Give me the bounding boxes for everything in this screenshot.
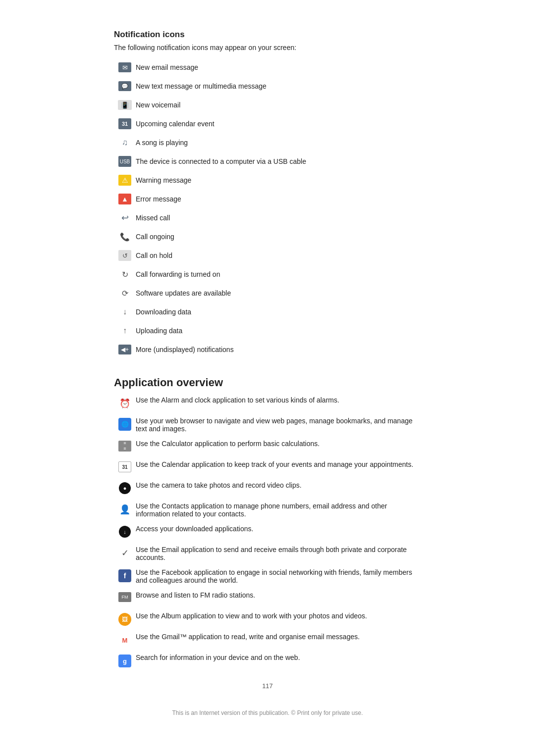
list-item: 📳 New voicemail	[114, 98, 421, 112]
calculator-icon: ≡≡	[114, 440, 136, 452]
list-item: ↩ Missed call	[114, 211, 421, 225]
notification-icon-list: ✉ New email message 💬 New text message o…	[114, 60, 421, 356]
warning-icon: ⚠	[114, 175, 136, 186]
list-item: ✓ Use the Email application to send and …	[114, 546, 421, 561]
upload-icon: ↑	[114, 324, 136, 337]
gmail-icon: M	[114, 633, 136, 647]
desc: Use the Facebook application to engage i…	[136, 568, 421, 584]
sms-icon: 💬	[114, 81, 136, 91]
more-notifications-icon: ◀+	[114, 345, 136, 354]
software-update-icon: ⟳	[114, 287, 136, 300]
email-icon: ✉	[114, 62, 136, 72]
desc: New text message or multimedia message	[136, 82, 421, 90]
desc: Search for information in your device an…	[136, 654, 421, 661]
list-item: ♫ A song is playing	[114, 136, 421, 150]
footer-text: This is an Internet version of this publ…	[114, 709, 421, 716]
facebook-icon: f	[114, 568, 136, 582]
list-item: 31 Upcoming calendar event	[114, 117, 421, 131]
desc: The device is connected to a computer vi…	[136, 157, 421, 165]
list-item: g Search for information in your device …	[114, 654, 421, 667]
list-item: ↑ Uploading data	[114, 324, 421, 338]
fm-radio-icon: FM	[114, 591, 136, 602]
page: Notification icons The following notific…	[74, 0, 461, 756]
call-ongoing-icon: 📞	[114, 230, 136, 243]
desc: Use the Email application to send and re…	[136, 546, 421, 561]
list-item: 🖼 Use the Album application to view and …	[114, 612, 421, 626]
list-item: ↺ Call on hold	[114, 249, 421, 262]
usb-icon: USB	[114, 156, 136, 167]
notification-intro: The following notification icons may app…	[114, 44, 421, 51]
desc: Call forwarding is turned on	[136, 270, 421, 278]
list-item: FM Browse and listen to FM radio station…	[114, 591, 421, 605]
desc: Uploading data	[136, 327, 421, 335]
desc: Downloading data	[136, 308, 421, 316]
email-app-icon: ✓	[114, 546, 136, 559]
desc: Use the Alarm and clock application to s…	[136, 396, 421, 404]
desc: Use the Calculator application to perfor…	[136, 440, 421, 448]
desc: New voicemail	[136, 101, 421, 109]
desc: Warning message	[136, 176, 421, 184]
desc: Call on hold	[136, 252, 421, 259]
list-item: ▲ Error message	[114, 192, 421, 206]
list-item: ◀+ More (undisplayed) notifications	[114, 343, 421, 356]
desc: Browse and listen to FM radio stations.	[136, 591, 421, 599]
list-item: USB The device is connected to a compute…	[114, 154, 421, 168]
desc: Use the Album application to view and to…	[136, 612, 421, 620]
notification-section-title: Notification icons	[114, 30, 421, 40]
list-item: ● Use the camera to take photos and reco…	[114, 481, 421, 495]
desc: Use the Gmail™ application to read, writ…	[136, 633, 421, 641]
desc: Access your downloaded applications.	[136, 525, 421, 533]
desc: Call ongoing	[136, 233, 421, 241]
calendar-app-icon: 31	[114, 460, 136, 472]
list-item: 31 Use the Calendar application to keep …	[114, 460, 421, 474]
list-item: ✉ New email message	[114, 60, 421, 74]
desc: Use the camera to take photos and record…	[136, 481, 421, 489]
list-item: 📞 Call ongoing	[114, 230, 421, 244]
call-forward-icon: ↻	[114, 268, 136, 281]
desc: Use the Calendar application to keep tra…	[136, 460, 421, 468]
list-item: 👤 Use the Contacts application to manage…	[114, 502, 421, 518]
desc: A song is playing	[136, 139, 421, 147]
list-item: ⏰ Use the Alarm and clock application to…	[114, 396, 421, 410]
desc: Use the Contacts application to manage p…	[136, 502, 421, 518]
list-item: ⚠ Warning message	[114, 173, 421, 187]
call-hold-icon: ↺	[114, 250, 136, 261]
desc: Software updates are available	[136, 289, 421, 297]
list-item: ≡≡ Use the Calculator application to per…	[114, 440, 421, 454]
desc: Missed call	[136, 214, 421, 222]
app-section-title: Application overview	[114, 376, 421, 389]
contacts-icon: 👤	[114, 502, 136, 516]
list-item: ⟳ Software updates are available	[114, 286, 421, 300]
browser-icon: 🌐	[114, 417, 136, 431]
music-icon: ♫	[114, 136, 136, 149]
desc: Error message	[136, 195, 421, 203]
list-item: ↓ Access your downloaded applications.	[114, 525, 421, 539]
camera-icon: ●	[114, 481, 136, 494]
desc: New email message	[136, 63, 421, 71]
list-item: 🌐 Use your web browser to navigate and v…	[114, 417, 421, 433]
list-item: f Use the Facebook application to engage…	[114, 568, 421, 584]
list-item: 💬 New text message or multimedia message	[114, 79, 421, 93]
desc: Upcoming calendar event	[136, 120, 421, 128]
google-search-icon: g	[114, 654, 136, 667]
album-icon: 🖼	[114, 612, 136, 626]
list-item: ↻ Call forwarding is turned on	[114, 267, 421, 281]
app-overview-list: ⏰ Use the Alarm and clock application to…	[114, 396, 421, 667]
calendar-event-icon: 31	[114, 118, 136, 129]
list-item: ↓ Downloading data	[114, 305, 421, 319]
alarm-icon: ⏰	[114, 396, 136, 410]
downloads-icon: ↓	[114, 525, 136, 538]
list-item: M Use the Gmail™ application to read, wr…	[114, 633, 421, 647]
desc: Use your web browser to navigate and vie…	[136, 417, 421, 433]
missed-call-icon: ↩	[114, 211, 136, 224]
desc: More (undisplayed) notifications	[136, 346, 421, 353]
error-icon: ▲	[114, 194, 136, 204]
download-icon: ↓	[114, 305, 136, 318]
voicemail-icon: 📳	[114, 100, 136, 110]
page-number: 117	[114, 682, 421, 690]
